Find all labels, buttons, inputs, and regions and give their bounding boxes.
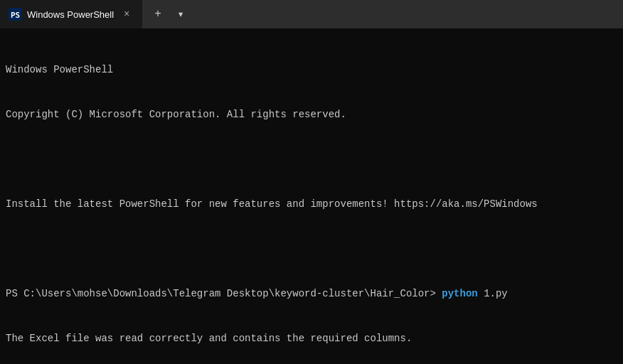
terminal-line-empty-1 bbox=[6, 152, 617, 167]
terminal-line-2: Copyright (C) Microsoft Corporation. All… bbox=[6, 107, 617, 122]
tab-dropdown-button[interactable]: ▾ bbox=[171, 4, 191, 24]
terminal-body[interactable]: Windows PowerShell Copyright (C) Microso… bbox=[0, 28, 623, 364]
terminal-line-4: Install the latest PowerShell for new fe… bbox=[6, 197, 617, 212]
new-tab-button[interactable]: + bbox=[148, 4, 168, 24]
prompt-arg: 1.py bbox=[478, 288, 508, 299]
tab-close-button[interactable]: × bbox=[119, 7, 134, 21]
svg-text:PS: PS bbox=[11, 11, 20, 20]
prompt-path: PS C:\Users\mohse\Downloads\Telegram Des… bbox=[6, 288, 436, 299]
tab-title: Windows PowerShell bbox=[27, 9, 114, 20]
powershell-icon: PS bbox=[9, 8, 21, 21]
terminal-success-line: The Excel file was read correctly and co… bbox=[6, 331, 617, 346]
titlebar: PS Windows PowerShell × + ▾ bbox=[0, 0, 623, 28]
prompt-cmd: python bbox=[442, 288, 477, 299]
terminal-prompt-line: PS C:\Users\mohse\Downloads\Telegram Des… bbox=[6, 287, 617, 301]
terminal-line-1: Windows PowerShell bbox=[6, 63, 617, 77]
titlebar-actions: + ▾ bbox=[142, 4, 191, 24]
active-tab[interactable]: PS Windows PowerShell × bbox=[0, 0, 142, 28]
terminal-line-empty-2 bbox=[6, 242, 617, 257]
